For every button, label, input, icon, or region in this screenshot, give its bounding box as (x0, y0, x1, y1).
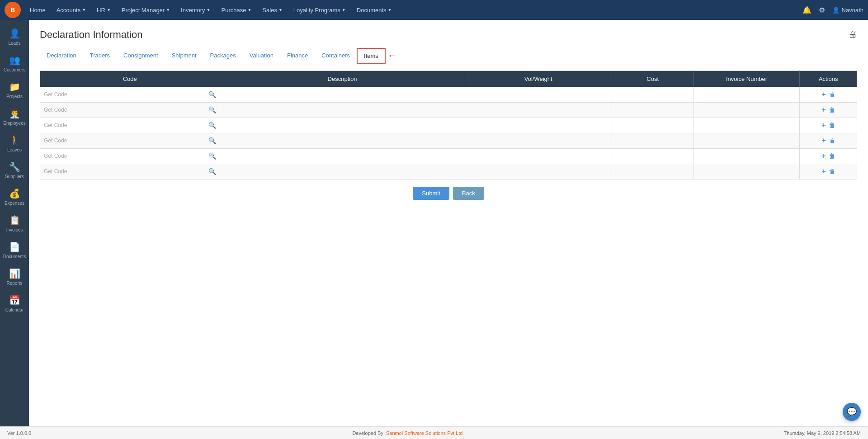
print-icon[interactable]: 🖨 (848, 29, 857, 39)
nav-loyality[interactable]: Loyality Programs ▼ (289, 4, 350, 16)
description-cell-3[interactable] (220, 133, 465, 148)
tab-packages[interactable]: Packages (203, 48, 243, 63)
vol-weight-cell-5[interactable] (465, 164, 612, 179)
cost-cell-0[interactable] (612, 87, 693, 102)
invoice-input-1[interactable] (698, 107, 796, 113)
sidebar-item-reports[interactable]: 📊 Reports (0, 264, 29, 290)
nav-hr[interactable]: HR ▼ (92, 4, 115, 16)
settings-icon[interactable]: ⚙ (819, 6, 825, 14)
nav-project-manager[interactable]: Project Manager ▼ (117, 4, 175, 16)
code-search-icon-5[interactable]: 🔍 (208, 168, 216, 175)
invoice-input-2[interactable] (698, 122, 796, 129)
description-cell-5[interactable] (220, 164, 465, 179)
vol-weight-input-5[interactable] (469, 168, 608, 175)
back-button[interactable]: Back (453, 187, 484, 200)
sidebar-item-leaves[interactable]: 🚶 Leaves (0, 130, 29, 157)
description-input-3[interactable] (224, 137, 461, 144)
code-search-icon-1[interactable]: 🔍 (208, 106, 216, 113)
invoice-number-cell-3[interactable] (693, 133, 800, 148)
cost-input-1[interactable] (616, 107, 690, 113)
brand-logo[interactable]: B (5, 2, 21, 18)
tab-finance[interactable]: Finance (280, 48, 315, 63)
add-row-icon-1[interactable]: + (822, 106, 826, 114)
invoice-number-cell-0[interactable] (693, 87, 800, 102)
cost-input-4[interactable] (616, 153, 690, 160)
code-search-icon-3[interactable]: 🔍 (208, 137, 216, 144)
invoice-input-0[interactable] (698, 91, 796, 98)
tab-containers[interactable]: Containers (315, 48, 357, 63)
vol-weight-input-0[interactable] (469, 91, 608, 98)
vol-weight-cell-1[interactable] (465, 102, 612, 118)
delete-row-icon-4[interactable]: 🗑 (829, 152, 835, 160)
cost-cell-3[interactable] (612, 133, 693, 148)
code-search-icon-0[interactable]: 🔍 (208, 91, 216, 98)
nav-home[interactable]: Home (25, 4, 50, 16)
sidebar-item-expenses[interactable]: 💰 Expenses (0, 184, 29, 210)
add-row-icon-5[interactable]: + (822, 167, 826, 175)
description-cell-0[interactable] (220, 87, 465, 102)
tab-declaration[interactable]: Declaration (40, 48, 83, 63)
tab-valuation[interactable]: Valuation (243, 48, 280, 63)
nav-documents[interactable]: Documents ▼ (352, 4, 396, 16)
description-input-5[interactable] (224, 168, 461, 175)
cost-input-5[interactable] (616, 168, 690, 175)
chat-bubble[interactable]: 💬 (843, 403, 861, 421)
user-menu[interactable]: 👤 Navnath (832, 7, 863, 14)
delete-row-icon-0[interactable]: 🗑 (829, 91, 835, 98)
cost-cell-2[interactable] (612, 118, 693, 133)
vol-weight-cell-3[interactable] (465, 133, 612, 148)
sidebar-item-leads[interactable]: 👤 Leads (0, 24, 29, 50)
cost-input-0[interactable] (616, 91, 690, 98)
vol-weight-input-2[interactable] (469, 122, 608, 129)
invoice-number-cell-5[interactable] (693, 164, 800, 179)
vol-weight-input-3[interactable] (469, 137, 608, 144)
submit-button[interactable]: Submit (413, 187, 449, 200)
sidebar-item-employees[interactable]: 👨‍💼 Employees (0, 104, 29, 130)
sidebar-item-customers[interactable]: 👥 Customers (0, 50, 29, 77)
description-input-0[interactable] (224, 91, 461, 98)
invoice-number-cell-1[interactable] (693, 102, 800, 118)
add-row-icon-4[interactable]: + (822, 152, 826, 160)
nav-accounts[interactable]: Accounts ▼ (52, 4, 90, 16)
code-search-icon-4[interactable]: 🔍 (208, 152, 216, 160)
vol-weight-input-4[interactable] (469, 153, 608, 160)
cost-cell-5[interactable] (612, 164, 693, 179)
invoice-number-cell-2[interactable] (693, 118, 800, 133)
notification-icon[interactable]: 🔔 (802, 6, 811, 14)
sidebar-item-projects[interactable]: 📁 Projects (0, 77, 29, 104)
delete-row-icon-2[interactable]: 🗑 (829, 122, 835, 129)
invoice-number-cell-4[interactable] (693, 148, 800, 164)
nav-sales[interactable]: Sales ▼ (258, 4, 287, 16)
delete-row-icon-3[interactable]: 🗑 (829, 137, 835, 144)
nav-inventory[interactable]: Inventory ▼ (176, 4, 215, 16)
invoice-input-3[interactable] (698, 137, 796, 144)
description-cell-4[interactable] (220, 148, 465, 164)
delete-row-icon-1[interactable]: 🗑 (829, 106, 835, 113)
sidebar-item-suppliers[interactable]: 🔧 Suppliers (0, 157, 29, 184)
add-row-icon-2[interactable]: + (822, 121, 826, 129)
code-search-icon-2[interactable]: 🔍 (208, 122, 216, 129)
invoice-input-5[interactable] (698, 168, 796, 175)
sidebar-item-documents[interactable]: 📄 Documents (0, 237, 29, 264)
cost-cell-4[interactable] (612, 148, 693, 164)
description-input-1[interactable] (224, 107, 461, 113)
tab-traders[interactable]: Traders (83, 48, 117, 63)
tab-items[interactable]: Items (357, 48, 386, 64)
vol-weight-cell-4[interactable] (465, 148, 612, 164)
cost-input-3[interactable] (616, 137, 690, 144)
tab-shipment[interactable]: Shipment (165, 48, 203, 63)
cost-input-2[interactable] (616, 122, 690, 129)
nav-purchase[interactable]: Purchase ▼ (217, 4, 256, 16)
sidebar-item-calendar[interactable]: 📅 Calendar (0, 290, 29, 317)
delete-row-icon-5[interactable]: 🗑 (829, 168, 835, 175)
vol-weight-cell-0[interactable] (465, 87, 612, 102)
tab-consignment[interactable]: Consignment (117, 48, 165, 63)
description-input-4[interactable] (224, 153, 461, 160)
add-row-icon-3[interactable]: + (822, 137, 826, 145)
vol-weight-input-1[interactable] (469, 107, 608, 113)
invoice-input-4[interactable] (698, 153, 796, 160)
add-row-icon-0[interactable]: + (822, 90, 826, 99)
description-cell-1[interactable] (220, 102, 465, 118)
cost-cell-1[interactable] (612, 102, 693, 118)
vol-weight-cell-2[interactable] (465, 118, 612, 133)
